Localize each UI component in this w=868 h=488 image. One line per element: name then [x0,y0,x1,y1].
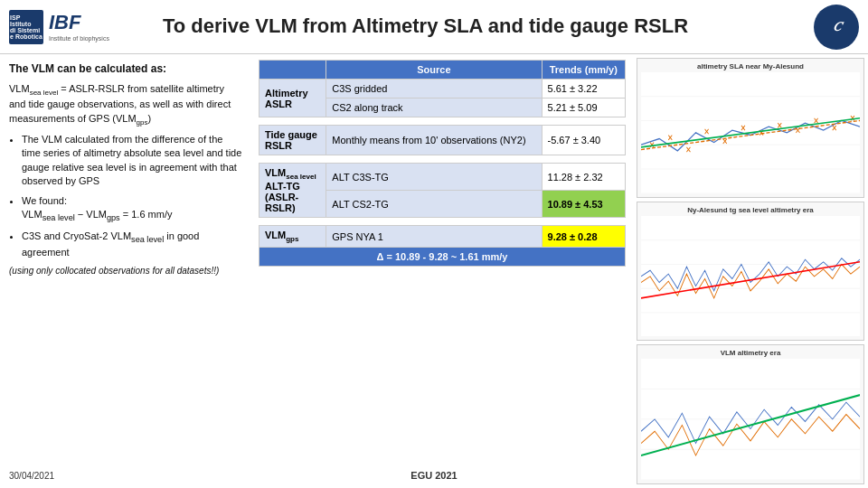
separator-row [259,218,626,226]
bullet-3: C3S and CryoSat-2 VLMsea level in good a… [22,230,242,259]
footer-date: 30/04/2021 [9,471,54,481]
bullet-2: We found:VLMsea level − VLMgps = 1.6 mm/… [22,194,242,224]
gps-sub: gps [137,118,148,127]
delta-row: Δ = 10.89 - 9.28 ~ 1.61 mm/y [259,248,626,267]
intro-text: The VLM can be calculated as: [9,61,242,77]
altimetry-label: AltimetryASLR [259,80,326,117]
footer-event: EGU 2021 [410,470,457,481]
table-row: VLMsea levelALT-TG(ASLR-RSLR) ALT C3S-TG… [259,164,626,191]
italic-note: (using only collocated observations for … [9,265,242,277]
alt-cs2-tg-trend: 10.89 ± 4.53 [542,191,625,218]
header: ISPIstitutodi Sistemie Robotica IBF Inst… [0,0,868,54]
gps-nya1-trend: 9.28 ± 0.28 [542,226,625,248]
chart3-title: VLM altimetry era [721,349,781,357]
svg-rect-31 [641,216,860,337]
chart-altimetry-sla: altimetry SLA near My-Alesund [637,58,864,198]
col-source: Source [326,61,542,80]
data-table: Source Trends (mm/y) AltimetryASLR C3S g… [259,60,626,267]
ibf-logo: IBF [49,11,109,34]
chart-era: VLM altimetry era [637,344,864,484]
vlm-equation: VLMsea level = ASLR-RSLR from satellite … [9,82,242,127]
alt-cs2-tg-source: ALT CS2-TG [326,191,542,218]
ibf-sub: Institute of biophysics [49,35,109,42]
bullet-points: The VLM calculated from the difference o… [9,133,242,259]
c3s-gridded-source: C3S gridded [326,80,542,99]
tidegauge-trend: -5.67 ± 3.40 [542,126,625,155]
right-logo: 𝐶 [814,5,859,50]
c3s-gridded-trend: 5.61 ± 3.22 [542,80,625,99]
center-panel: Source Trends (mm/y) AltimetryASLR C3S g… [251,54,633,488]
vlm-sealevel-label: VLMsea levelALT-TG(ASLR-RSLR) [259,164,326,218]
logos-left: ISPIstitutodi Sistemie Robotica IBF Inst… [9,10,154,44]
right-panel: altimetry SLA near My-Alesund [633,54,868,488]
tidegauge-label: Tide gaugeRSLR [259,126,326,155]
cs2-track-source: CS2 along track [326,99,542,117]
table-row: VLMgps GPS NYA 1 9.28 ± 0.28 [259,226,626,248]
alt-c3s-tg-source: ALT C3S-TG [326,164,542,191]
chart-tg-sealevel: Ny-Alesund tg sea level altimetry era [637,202,864,342]
chart2-svg [641,216,860,337]
chart1-svg [641,72,860,193]
chart1-title: altimetry SLA near My-Alesund [697,62,804,70]
left-panel: The VLM can be calculated as: VLMsea lev… [0,54,251,488]
cs2-track-trend: 5.21 ± 5.09 [542,99,625,117]
tidegauge-source: Monthly means from 10' observations (NY2… [326,126,542,155]
separator-row [259,117,626,126]
vlmgps-label: VLMgps [259,226,326,248]
col-label [259,61,326,80]
sea-level-sub: sea level [30,89,59,97]
table-row: AltimetryASLR C3S gridded 5.61 ± 3.22 [259,80,626,99]
separator-row [259,155,626,164]
alt-c3s-tg-trend: 11.28 ± 2.32 [542,164,625,191]
table-row: Tide gaugeRSLR Monthly means from 10' ob… [259,126,626,155]
delta-text: Δ = 10.89 - 9.28 ~ 1.61 mm/y [259,248,626,267]
chart3-svg [641,359,860,480]
page-title: To derive VLM from Altimetry SLA and tid… [154,14,814,38]
isp-logo: ISPIstitutodi Sistemie Robotica [9,10,43,44]
main-content: The VLM can be calculated as: VLMsea lev… [0,54,868,488]
gps-nya1-source: GPS NYA 1 [326,226,542,248]
table-header-row: Source Trends (mm/y) [259,61,626,80]
bullet-1: The VLM calculated from the difference o… [22,133,242,189]
chart2-title: Ny-Alesund tg sea level altimetry era [687,206,814,214]
isp-logo-text: ISPIstitutodi Sistemie Robotica [10,14,42,40]
col-trends: Trends (mm/y) [542,61,625,80]
